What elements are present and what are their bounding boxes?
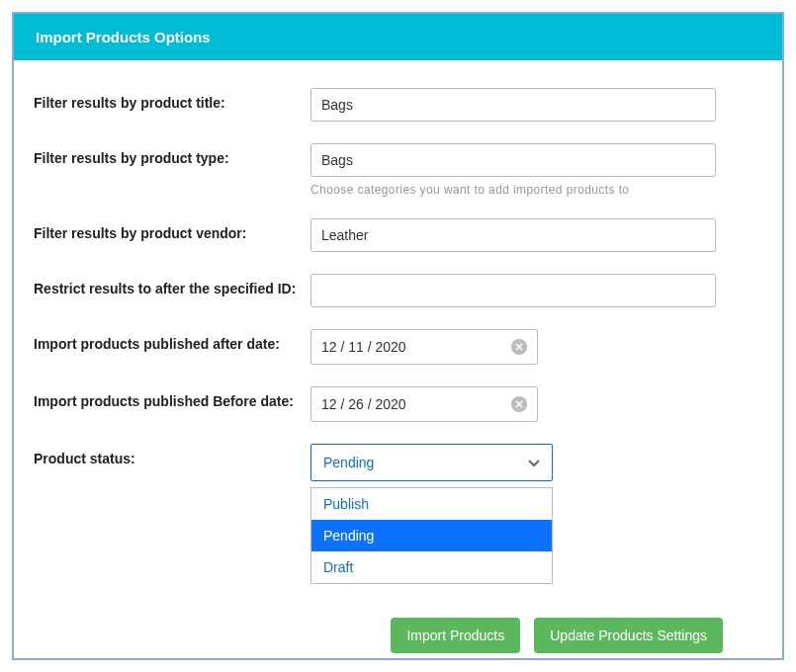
import-products-button[interactable]: Import Products <box>391 618 520 653</box>
field-published-after: 12 / 11 / 2020 <box>310 329 762 365</box>
input-filter-vendor[interactable] <box>310 218 716 252</box>
date-before-value: 12 / 26 / 2020 <box>321 396 406 412</box>
date-input-before[interactable]: 12 / 26 / 2020 <box>310 386 538 422</box>
date-after-value: 12 / 11 / 2020 <box>321 339 406 355</box>
row-filter-title: Filter results by product title: <box>34 88 762 122</box>
status-select: Pending Publish Pending Draft <box>310 444 553 584</box>
row-filter-vendor: Filter results by product vendor: <box>34 218 762 252</box>
status-dropdown: Publish Pending Draft <box>310 487 553 584</box>
panel-title: Import Products Options <box>36 29 211 45</box>
row-restrict-id: Restrict results to after the specified … <box>34 274 762 307</box>
row-status: Product status: Pending Publish Pending … <box>34 444 762 584</box>
field-published-before: 12 / 26 / 2020 <box>310 386 762 422</box>
row-published-after: Import products published after date: 12… <box>34 329 762 365</box>
update-settings-button[interactable]: Update Products Settings <box>534 618 723 653</box>
chevron-down-icon <box>526 455 542 470</box>
row-filter-type: Filter results by product type: Choose c… <box>34 143 762 197</box>
label-filter-type: Filter results by product type: <box>34 143 310 197</box>
date-input-after[interactable]: 12 / 11 / 2020 <box>310 329 538 365</box>
options-panel: Import Products Options Filter results b… <box>12 12 784 660</box>
button-row: Import Products Update Products Settings <box>34 618 762 653</box>
input-filter-title[interactable] <box>310 88 716 122</box>
label-published-before: Import products published Before date: <box>34 386 310 422</box>
status-option-pending[interactable]: Pending <box>311 520 552 551</box>
panel-header: Import Products Options <box>14 14 782 60</box>
status-select-box[interactable]: Pending <box>310 444 553 481</box>
helper-filter-type: Choose categories you want to add import… <box>310 183 762 197</box>
form-body: Filter results by product title: Filter … <box>14 60 782 672</box>
row-published-before: Import products published Before date: 1… <box>34 386 762 422</box>
label-filter-title: Filter results by product title: <box>34 88 310 122</box>
clear-icon[interactable] <box>511 396 527 412</box>
field-status: Pending Publish Pending Draft <box>310 444 762 584</box>
field-filter-vendor <box>310 218 762 252</box>
status-option-draft[interactable]: Draft <box>311 551 552 583</box>
status-option-publish[interactable]: Publish <box>311 488 552 520</box>
label-filter-vendor: Filter results by product vendor: <box>34 218 310 252</box>
label-status: Product status: <box>34 444 310 584</box>
label-published-after: Import products published after date: <box>34 329 310 365</box>
field-filter-type: Choose categories you want to add import… <box>310 143 762 197</box>
label-restrict-id: Restrict results to after the specified … <box>34 274 310 307</box>
field-restrict-id <box>310 274 762 307</box>
clear-icon[interactable] <box>511 339 527 355</box>
field-filter-title <box>310 88 762 122</box>
input-restrict-id[interactable] <box>310 274 716 307</box>
status-selected-value: Pending <box>323 455 374 470</box>
input-filter-type[interactable] <box>310 143 716 177</box>
